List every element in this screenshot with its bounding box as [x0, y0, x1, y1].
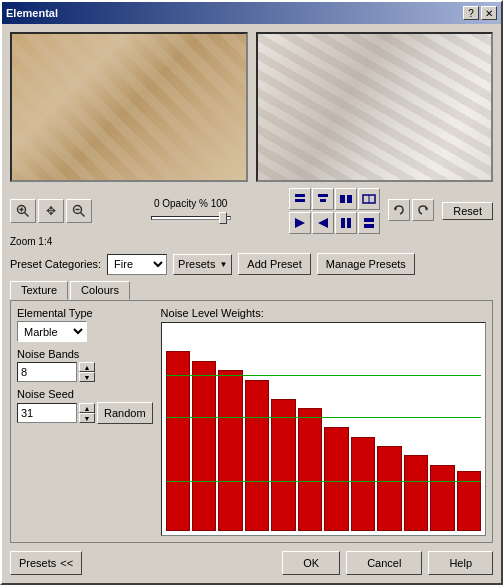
chart-bar [324, 427, 348, 531]
chart-line [166, 375, 481, 376]
flip-icon-2 [316, 216, 330, 230]
noise-bands-input[interactable] [17, 362, 77, 382]
preview-row [10, 32, 493, 182]
noise-seed-row: ▲ ▼ Random [17, 402, 153, 424]
flip-icon-1 [293, 216, 307, 230]
align-icon-1 [293, 192, 307, 206]
tab-panel: Texture Colours Elemental Type Marble Fi… [10, 281, 493, 543]
svg-marker-16 [295, 218, 305, 228]
window-title: Elemental [6, 7, 58, 19]
align-icon-2 [316, 192, 330, 206]
chart-bar [404, 455, 428, 531]
svg-text:✥: ✥ [46, 204, 56, 218]
noise-bands-label: Noise Bands [17, 348, 153, 360]
align-icon-4 [362, 192, 376, 206]
flip-icon-3 [339, 216, 353, 230]
noise-bands-up[interactable]: ▲ [79, 362, 95, 372]
svg-marker-17 [318, 218, 328, 228]
noise-bands-group: Noise Bands ▲ ▼ [17, 348, 153, 382]
noise-bands-down[interactable]: ▼ [79, 372, 95, 382]
zoom-in-button[interactable] [10, 199, 36, 223]
icon-btn-5[interactable] [289, 212, 311, 234]
pan-button[interactable]: ✥ [38, 199, 64, 223]
noise-level-label: Noise Level Weights: [161, 307, 486, 319]
noise-bands-spinner: ▲ ▼ [79, 362, 95, 382]
icon-btn-2[interactable] [312, 188, 334, 210]
cancel-button[interactable]: Cancel [346, 551, 422, 575]
title-bar-buttons: ? ✕ [463, 6, 497, 20]
tab-bar: Texture Colours [10, 281, 493, 300]
icon-btn-3[interactable] [335, 188, 357, 210]
help-button[interactable]: Help [428, 551, 493, 575]
chart-area: Noise Level Weights: [161, 307, 486, 536]
category-dropdown[interactable]: Fire [107, 254, 167, 275]
elemental-type-label: Elemental Type [17, 307, 153, 319]
svg-rect-8 [295, 194, 305, 197]
pan-icon: ✥ [44, 204, 58, 218]
svg-rect-20 [364, 218, 374, 222]
toolbar-row-1: ✥ 0 Opacity % 100 [10, 188, 493, 234]
chart-bars-container [162, 323, 485, 535]
noise-seed-up[interactable]: ▲ [79, 403, 95, 413]
zoom-in-icon [16, 204, 30, 218]
zoom-tools: ✥ [10, 199, 92, 223]
help-title-button[interactable]: ? [463, 6, 479, 20]
tab-texture[interactable]: Texture [10, 281, 68, 300]
random-button[interactable]: Random [97, 402, 153, 424]
elemental-type-row: Marble Fire Cloud [17, 321, 153, 342]
svg-rect-19 [347, 218, 351, 228]
svg-line-6 [81, 213, 85, 217]
zoom-label: Zoom 1:4 [10, 236, 493, 247]
reset-button[interactable]: Reset [442, 202, 493, 220]
title-bar: Elemental ? ✕ [2, 2, 501, 24]
presets-dropdown[interactable]: Presets ▼ [173, 254, 232, 275]
manage-presets-button[interactable]: Manage Presets [317, 253, 415, 275]
presets-bottom-button[interactable]: Presets << [10, 551, 82, 575]
chart-bar [298, 408, 322, 531]
chart-bar [377, 446, 401, 531]
icon-btn-8[interactable] [358, 212, 380, 234]
icon-btn-1[interactable] [289, 188, 311, 210]
chart-bar [351, 437, 375, 531]
noise-seed-label: Noise Seed [17, 388, 153, 400]
noise-seed-input[interactable] [17, 403, 77, 423]
undo-button[interactable] [388, 199, 410, 221]
opacity-label: 0 Opacity % 100 [154, 198, 227, 209]
noise-bands-row: ▲ ▼ [17, 362, 153, 382]
elemental-type-dropdown[interactable]: Marble Fire Cloud [17, 321, 87, 342]
undo-icon [392, 203, 406, 217]
chart-bar [245, 380, 269, 531]
preview-left [10, 32, 248, 182]
presets-bottom-arrows: << [60, 557, 73, 569]
tab-colours[interactable]: Colours [70, 281, 130, 300]
icon-btn-7[interactable] [335, 212, 357, 234]
bottom-center: OK Cancel Help [282, 551, 493, 575]
noise-chart[interactable] [161, 322, 486, 536]
icon-btn-4[interactable] [358, 188, 380, 210]
flip-icon-4 [362, 216, 376, 230]
zoom-out-icon [72, 204, 86, 218]
svg-rect-21 [364, 224, 374, 228]
chart-line [166, 417, 481, 418]
svg-rect-9 [295, 199, 305, 202]
presets-bottom-label: Presets [19, 557, 56, 569]
main-window: Elemental ? ✕ [0, 0, 503, 585]
close-title-button[interactable]: ✕ [481, 6, 497, 20]
zoom-out-button[interactable] [66, 199, 92, 223]
noise-seed-down[interactable]: ▼ [79, 413, 95, 423]
tab-left-panel: Elemental Type Marble Fire Cloud Noise B… [17, 307, 153, 536]
svg-rect-11 [320, 199, 326, 202]
chart-bar [192, 361, 216, 531]
window-content: ✥ 0 Opacity % 100 [2, 24, 501, 583]
add-preset-button[interactable]: Add Preset [238, 253, 310, 275]
redo-icon [416, 203, 430, 217]
chart-bar [430, 465, 454, 531]
svg-rect-10 [318, 194, 328, 197]
svg-rect-12 [340, 195, 345, 203]
icon-btn-6[interactable] [312, 212, 334, 234]
align-icon-3 [339, 192, 353, 206]
redo-button[interactable] [412, 199, 434, 221]
chart-bar [457, 471, 481, 531]
ok-button[interactable]: OK [282, 551, 340, 575]
chart-bar [166, 351, 190, 531]
